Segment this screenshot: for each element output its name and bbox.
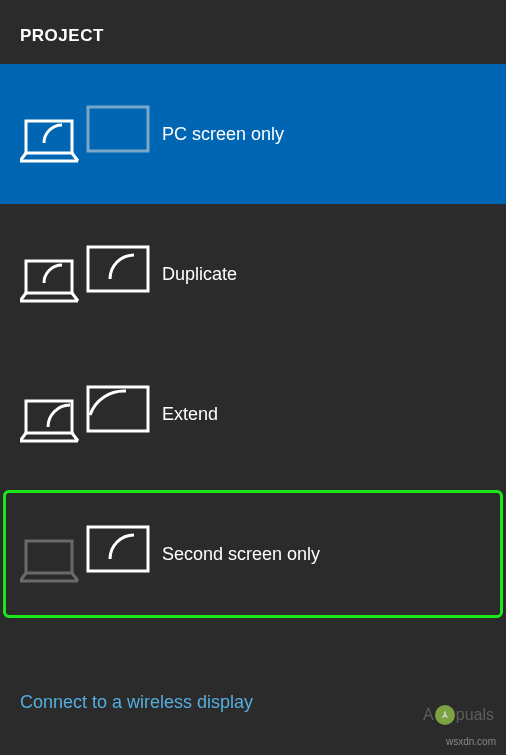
svg-rect-2 (26, 261, 72, 293)
svg-rect-7 (88, 527, 148, 571)
duplicate-icon (20, 239, 150, 309)
option-label: Extend (162, 404, 218, 425)
svg-rect-0 (26, 121, 72, 153)
option-label: Second screen only (162, 544, 320, 565)
option-duplicate[interactable]: Duplicate (0, 204, 506, 344)
option-second-screen-only[interactable]: Second screen only (0, 484, 506, 624)
option-extend[interactable]: Extend (0, 344, 506, 484)
source-watermark: wsxdn.com (446, 736, 496, 747)
pc-screen-only-icon (20, 99, 150, 169)
option-pc-screen-only[interactable]: PC screen only (0, 64, 506, 204)
logo-prefix: A (423, 706, 434, 724)
panel-title: PROJECT (20, 26, 486, 46)
option-label: Duplicate (162, 264, 237, 285)
logo-circle-icon (435, 705, 455, 725)
panel-header: PROJECT (0, 0, 506, 64)
option-label: PC screen only (162, 124, 284, 145)
svg-rect-3 (88, 247, 148, 291)
appuals-logo-watermark: A puals (423, 705, 494, 725)
project-options-list: PC screen only Duplicate (0, 64, 506, 624)
svg-rect-1 (88, 107, 148, 151)
connect-wireless-display-link[interactable]: Connect to a wireless display (20, 692, 253, 713)
svg-rect-6 (26, 541, 72, 573)
logo-suffix: puals (456, 706, 494, 724)
extend-icon (20, 379, 150, 449)
second-screen-only-icon (20, 519, 150, 589)
svg-rect-5 (88, 387, 148, 431)
